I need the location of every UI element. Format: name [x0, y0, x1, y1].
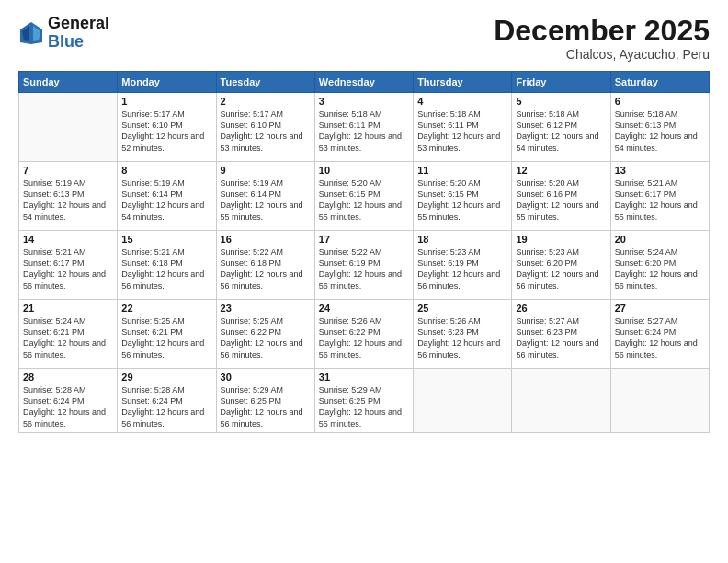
table-row: 27Sunrise: 5:27 AM Sunset: 6:24 PM Dayli…: [610, 300, 709, 369]
table-row: 22Sunrise: 5:25 AM Sunset: 6:21 PM Dayli…: [118, 300, 216, 369]
day-info: Sunrise: 5:24 AM Sunset: 6:20 PM Dayligh…: [615, 247, 705, 292]
day-info: Sunrise: 5:25 AM Sunset: 6:21 PM Dayligh…: [121, 316, 211, 361]
table-row: 16Sunrise: 5:22 AM Sunset: 6:18 PM Dayli…: [216, 231, 314, 300]
table-row: 10Sunrise: 5:20 AM Sunset: 6:15 PM Dayli…: [314, 162, 413, 231]
day-info: Sunrise: 5:23 AM Sunset: 6:20 PM Dayligh…: [516, 247, 606, 292]
day-info: Sunrise: 5:20 AM Sunset: 6:15 PM Dayligh…: [417, 178, 507, 223]
day-info: Sunrise: 5:21 AM Sunset: 6:18 PM Dayligh…: [121, 247, 211, 292]
day-info: Sunrise: 5:26 AM Sunset: 6:23 PM Dayligh…: [417, 316, 507, 361]
table-row: 9Sunrise: 5:19 AM Sunset: 6:14 PM Daylig…: [216, 162, 314, 231]
day-info: Sunrise: 5:26 AM Sunset: 6:22 PM Dayligh…: [319, 316, 409, 361]
table-row: 15Sunrise: 5:21 AM Sunset: 6:18 PM Dayli…: [118, 231, 216, 300]
col-saturday: Saturday: [610, 72, 709, 93]
day-number: 8: [121, 165, 211, 176]
day-number: 23: [221, 303, 311, 314]
day-info: Sunrise: 5:19 AM Sunset: 6:13 PM Dayligh…: [23, 178, 113, 223]
logo: General Blue: [18, 15, 109, 52]
day-number: 17: [319, 234, 409, 245]
col-thursday: Thursday: [414, 72, 512, 93]
calendar-table: Sunday Monday Tuesday Wednesday Thursday…: [18, 71, 710, 433]
table-row: 11Sunrise: 5:20 AM Sunset: 6:15 PM Dayli…: [414, 162, 512, 231]
table-row: 18Sunrise: 5:23 AM Sunset: 6:19 PM Dayli…: [414, 231, 512, 300]
table-row: 14Sunrise: 5:21 AM Sunset: 6:17 PM Dayli…: [19, 231, 118, 300]
table-row: 8Sunrise: 5:19 AM Sunset: 6:14 PM Daylig…: [118, 162, 216, 231]
day-number: 5: [516, 96, 606, 107]
day-info: Sunrise: 5:27 AM Sunset: 6:23 PM Dayligh…: [516, 316, 606, 361]
day-info: Sunrise: 5:28 AM Sunset: 6:24 PM Dayligh…: [121, 385, 211, 430]
table-row: 2Sunrise: 5:17 AM Sunset: 6:10 PM Daylig…: [216, 93, 314, 162]
day-info: Sunrise: 5:25 AM Sunset: 6:22 PM Dayligh…: [221, 316, 311, 361]
table-row: 7Sunrise: 5:19 AM Sunset: 6:13 PM Daylig…: [19, 162, 118, 231]
day-number: 18: [417, 234, 507, 245]
logo-line1: General: [48, 15, 109, 33]
day-number: 15: [121, 234, 211, 245]
table-row: 28Sunrise: 5:28 AM Sunset: 6:24 PM Dayli…: [19, 369, 118, 433]
day-number: 28: [23, 372, 113, 383]
day-number: 16: [221, 234, 311, 245]
day-number: 21: [23, 303, 113, 314]
table-row: 21Sunrise: 5:24 AM Sunset: 6:21 PM Dayli…: [19, 300, 118, 369]
day-info: Sunrise: 5:22 AM Sunset: 6:19 PM Dayligh…: [319, 247, 409, 292]
table-row: 6Sunrise: 5:18 AM Sunset: 6:13 PM Daylig…: [610, 93, 709, 162]
month-title: December 2025: [494, 15, 710, 47]
table-row: 4Sunrise: 5:18 AM Sunset: 6:11 PM Daylig…: [414, 93, 512, 162]
col-sunday: Sunday: [19, 72, 118, 93]
day-info: Sunrise: 5:18 AM Sunset: 6:11 PM Dayligh…: [319, 109, 409, 154]
day-number: 29: [121, 372, 211, 383]
table-row: 17Sunrise: 5:22 AM Sunset: 6:19 PM Dayli…: [314, 231, 413, 300]
day-number: 19: [516, 234, 606, 245]
day-info: Sunrise: 5:20 AM Sunset: 6:16 PM Dayligh…: [516, 178, 606, 223]
col-friday: Friday: [512, 72, 610, 93]
day-info: Sunrise: 5:22 AM Sunset: 6:18 PM Dayligh…: [221, 247, 311, 292]
table-row: 1Sunrise: 5:17 AM Sunset: 6:10 PM Daylig…: [118, 93, 216, 162]
day-info: Sunrise: 5:29 AM Sunset: 6:25 PM Dayligh…: [221, 385, 311, 430]
table-row: 13Sunrise: 5:21 AM Sunset: 6:17 PM Dayli…: [610, 162, 709, 231]
table-row: 12Sunrise: 5:20 AM Sunset: 6:16 PM Dayli…: [512, 162, 610, 231]
day-number: 30: [221, 372, 311, 383]
day-info: Sunrise: 5:18 AM Sunset: 6:12 PM Dayligh…: [516, 109, 606, 154]
col-tuesday: Tuesday: [216, 72, 314, 93]
day-number: 31: [319, 372, 409, 383]
day-info: Sunrise: 5:23 AM Sunset: 6:19 PM Dayligh…: [417, 247, 507, 292]
location-subtitle: Chalcos, Ayacucho, Peru: [494, 47, 710, 62]
day-info: Sunrise: 5:21 AM Sunset: 6:17 PM Dayligh…: [23, 247, 113, 292]
title-block: December 2025 Chalcos, Ayacucho, Peru: [494, 15, 710, 62]
day-number: 12: [516, 165, 606, 176]
day-info: Sunrise: 5:17 AM Sunset: 6:10 PM Dayligh…: [221, 109, 311, 154]
day-number: 4: [417, 96, 507, 107]
table-row: 24Sunrise: 5:26 AM Sunset: 6:22 PM Dayli…: [314, 300, 413, 369]
day-number: 13: [615, 165, 705, 176]
table-row: 26Sunrise: 5:27 AM Sunset: 6:23 PM Dayli…: [512, 300, 610, 369]
day-number: 10: [319, 165, 409, 176]
day-info: Sunrise: 5:29 AM Sunset: 6:25 PM Dayligh…: [319, 385, 409, 430]
day-info: Sunrise: 5:27 AM Sunset: 6:24 PM Dayligh…: [615, 316, 705, 361]
day-number: 20: [615, 234, 705, 245]
day-info: Sunrise: 5:21 AM Sunset: 6:17 PM Dayligh…: [615, 178, 705, 223]
day-number: 7: [23, 165, 113, 176]
day-number: 24: [319, 303, 409, 314]
day-info: Sunrise: 5:19 AM Sunset: 6:14 PM Dayligh…: [121, 178, 211, 223]
day-number: 2: [221, 96, 311, 107]
day-number: 22: [121, 303, 211, 314]
table-row: 31Sunrise: 5:29 AM Sunset: 6:25 PM Dayli…: [314, 369, 413, 433]
table-row: 5Sunrise: 5:18 AM Sunset: 6:12 PM Daylig…: [512, 93, 610, 162]
page: General Blue December 2025 Chalcos, Ayac…: [0, 0, 728, 563]
table-row: [414, 369, 512, 433]
table-row: [19, 93, 118, 162]
table-row: [512, 369, 610, 433]
table-row: 20Sunrise: 5:24 AM Sunset: 6:20 PM Dayli…: [610, 231, 709, 300]
day-number: 25: [417, 303, 507, 314]
table-row: 19Sunrise: 5:23 AM Sunset: 6:20 PM Dayli…: [512, 231, 610, 300]
col-monday: Monday: [118, 72, 216, 93]
table-row: 25Sunrise: 5:26 AM Sunset: 6:23 PM Dayli…: [414, 300, 512, 369]
table-row: 3Sunrise: 5:18 AM Sunset: 6:11 PM Daylig…: [314, 93, 413, 162]
day-info: Sunrise: 5:18 AM Sunset: 6:13 PM Dayligh…: [615, 109, 705, 154]
day-number: 27: [615, 303, 705, 314]
calendar-header-row: Sunday Monday Tuesday Wednesday Thursday…: [19, 72, 710, 93]
day-info: Sunrise: 5:19 AM Sunset: 6:14 PM Dayligh…: [221, 178, 311, 223]
table-row: 30Sunrise: 5:29 AM Sunset: 6:25 PM Dayli…: [216, 369, 314, 433]
header: General Blue December 2025 Chalcos, Ayac…: [18, 15, 710, 62]
day-info: Sunrise: 5:17 AM Sunset: 6:10 PM Dayligh…: [121, 109, 211, 154]
day-info: Sunrise: 5:18 AM Sunset: 6:11 PM Dayligh…: [417, 109, 507, 154]
day-number: 1: [121, 96, 211, 107]
